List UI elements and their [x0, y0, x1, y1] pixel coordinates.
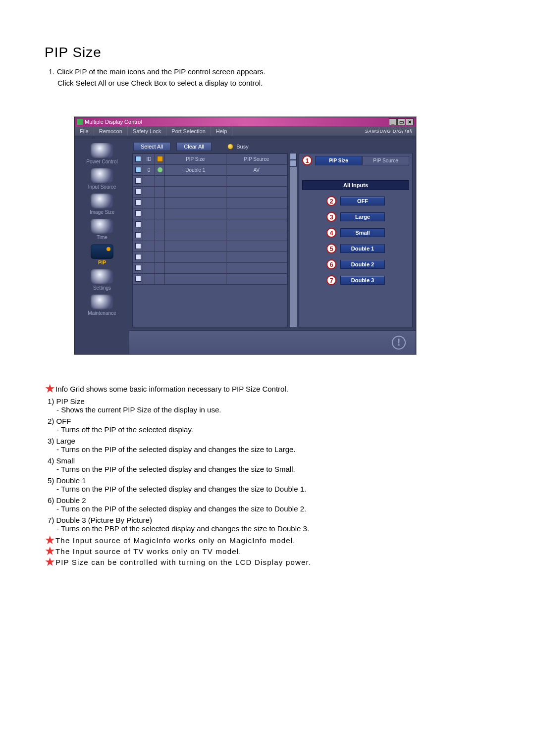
window-title: Multiple Display Control	[85, 119, 142, 125]
app-footer: !	[129, 330, 416, 354]
callout-5: 5	[326, 244, 336, 253]
table-row[interactable]	[133, 241, 287, 252]
restore-button[interactable]: ▭	[397, 118, 405, 125]
page-title: PIP Size	[45, 45, 490, 60]
select-all-button[interactable]: Select All	[133, 142, 170, 151]
time-icon	[91, 219, 113, 234]
table-row[interactable]: 0 Double 1 AV	[133, 165, 287, 176]
row-checkbox[interactable]	[135, 232, 141, 238]
row-checkbox[interactable]	[135, 189, 141, 195]
row-checkbox[interactable]	[135, 243, 141, 249]
settings-icon	[91, 269, 113, 284]
note-intro: Info Grid shows some basic information n…	[55, 384, 288, 393]
option-off[interactable]: OFF	[340, 197, 385, 205]
maintenance-icon	[91, 295, 113, 309]
table-row[interactable]	[133, 263, 287, 274]
menu-file[interactable]: File	[75, 126, 94, 136]
pip-options-panel: 1 PIP Size PIP Source All Inputs 2OFF 3L…	[299, 153, 413, 327]
minimize-button[interactable]: _	[389, 118, 397, 125]
sidebar-item-image-size[interactable]: Image Size	[75, 192, 129, 217]
sidebar-item-pip[interactable]: PIP	[75, 242, 129, 267]
cell-pip-source: AV	[226, 165, 287, 176]
callout-4: 4	[326, 228, 336, 238]
star-icon: ★	[45, 536, 55, 545]
check-all-icon[interactable]	[135, 156, 141, 162]
sidebar: Power Control Input Source Image Size Ti…	[75, 139, 129, 354]
numbered-list: 1) PIP Size - Shows the current PIP Size…	[48, 397, 490, 533]
app-body: Power Control Input Source Image Size Ti…	[75, 136, 416, 354]
option-double-1[interactable]: Double 1	[340, 244, 385, 253]
list-item: 3) Large - Turns on the PIP of the selec…	[48, 437, 490, 454]
scroll-up-icon[interactable]	[290, 153, 297, 160]
star-icon: ★	[45, 557, 55, 566]
sidebar-item-power-control[interactable]: Power Control	[75, 141, 129, 166]
sidebar-label: PIP	[98, 260, 106, 265]
menu-help[interactable]: Help	[211, 126, 233, 136]
callout-2: 2	[326, 196, 336, 206]
intro-line-one: Click PIP of the main icons and the PIP …	[57, 67, 266, 76]
col-check[interactable]	[133, 154, 143, 165]
table-row[interactable]	[133, 274, 287, 285]
row-checkbox[interactable]	[135, 210, 141, 216]
alert-icon: !	[392, 336, 406, 350]
row-checkbox[interactable]	[135, 167, 141, 173]
status-ok-icon	[158, 167, 162, 172]
table-row[interactable]	[133, 252, 287, 263]
sidebar-item-input-source[interactable]: Input Source	[75, 166, 129, 192]
option-double-2[interactable]: Double 2	[340, 260, 385, 269]
col-status	[155, 154, 165, 165]
sidebar-label: Time	[97, 235, 107, 240]
list-item: 2) OFF - Turns off the PIP of the select…	[48, 417, 490, 434]
row-checkbox[interactable]	[135, 178, 141, 184]
power-icon	[91, 143, 113, 158]
list-item: 4) Small - Turns on the PIP of the selec…	[48, 456, 490, 473]
brand-label: SAMSUNG DIGITall	[365, 129, 413, 134]
notes-section: ★ Info Grid shows some basic information…	[45, 384, 490, 566]
input-source-icon	[91, 168, 113, 183]
option-double-3[interactable]: Double 3	[340, 276, 385, 285]
info-grid: ID PIP Size PIP Source 0 Double 1 AV	[132, 153, 288, 327]
row-checkbox[interactable]	[135, 254, 141, 260]
main-pane: Select All Clear All Busy	[129, 139, 416, 354]
clear-all-button[interactable]: Clear All	[176, 142, 212, 151]
row-checkbox[interactable]	[135, 276, 141, 282]
sidebar-item-time[interactable]: Time	[75, 217, 129, 242]
star-note: The Input source of MagicInfo works only…	[55, 536, 296, 545]
menu-remocon[interactable]: Remocon	[94, 126, 128, 136]
sidebar-label: Settings	[93, 285, 111, 291]
col-pip-size: PIP Size	[165, 154, 226, 165]
table-row[interactable]	[133, 176, 287, 187]
row-checkbox[interactable]	[135, 265, 141, 271]
table-row[interactable]	[133, 219, 287, 230]
table-row[interactable]	[133, 208, 287, 219]
list-item: 6) Double 2 - Turns on the PIP of the se…	[48, 496, 490, 513]
option-small[interactable]: Small	[340, 228, 385, 237]
sidebar-item-maintenance[interactable]: Maintenance	[75, 293, 129, 318]
sidebar-label: Maintenance	[88, 310, 116, 316]
callout-3: 3	[326, 212, 336, 222]
tab-pip-size[interactable]: PIP Size	[315, 156, 362, 165]
pip-icon	[91, 244, 113, 259]
table-row[interactable]	[133, 198, 287, 208]
close-button[interactable]: ✕	[406, 118, 414, 125]
list-item: 5) Double 1 - Turns on the PIP of the se…	[48, 476, 490, 493]
table-row[interactable]	[133, 187, 287, 198]
app-icon	[77, 119, 83, 125]
option-large[interactable]: Large	[340, 212, 385, 221]
row-checkbox[interactable]	[135, 200, 141, 205]
row-checkbox[interactable]	[135, 221, 141, 227]
sidebar-item-settings[interactable]: Settings	[75, 267, 129, 293]
app-window: Multiple Display Control _ ▭ ✕ File Remo…	[74, 117, 416, 354]
menu-safety-lock[interactable]: Safety Lock	[128, 126, 166, 136]
scroll-down-icon[interactable]	[290, 160, 297, 167]
star-icon: ★	[45, 547, 55, 555]
list-item: 7) Double 3 (Picture By Picture) - Turns…	[48, 516, 490, 533]
table-row[interactable]	[133, 230, 287, 241]
menu-port-selection[interactable]: Port Selection	[166, 126, 211, 136]
image-size-icon	[91, 194, 113, 208]
grid-scrollbar[interactable]	[290, 153, 297, 327]
tab-pip-source[interactable]: PIP Source	[362, 156, 409, 165]
table-header-row: ID PIP Size PIP Source	[133, 154, 287, 165]
col-pip-source: PIP Source	[226, 154, 287, 165]
intro: 1. Click PIP of the main icons and the P…	[49, 67, 490, 76]
